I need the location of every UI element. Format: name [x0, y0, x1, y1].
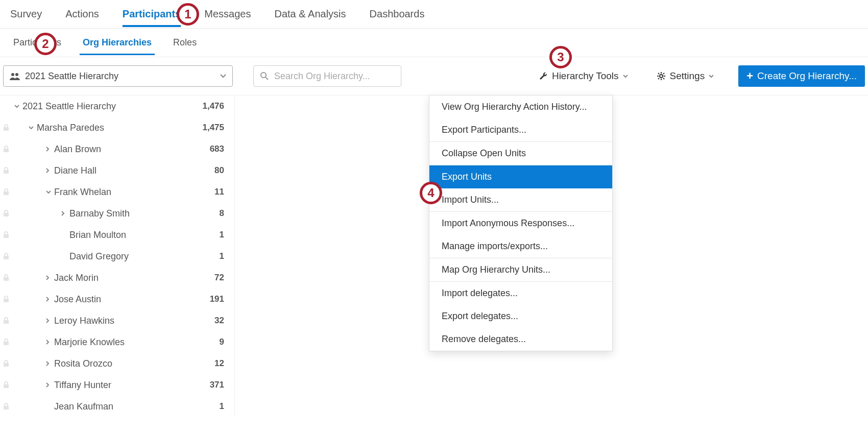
- tree-row-count: 1: [220, 230, 224, 240]
- menu-item-map-org-hierarchy-units[interactable]: Map Org Hierarchy Units...: [429, 258, 612, 281]
- tree-row-label: 2021 Seattle Hierarchy: [22, 101, 202, 112]
- hierarchy-tools-button[interactable]: Hierarchy Tools: [535, 67, 632, 85]
- tree-row[interactable]: Diane Hall80: [0, 160, 234, 181]
- tree-row-count: 1,476: [202, 101, 224, 111]
- menu-item-export-units[interactable]: Export Units: [429, 165, 612, 188]
- tree-row-label: Leroy Hawkins: [54, 316, 214, 326]
- tree-row[interactable]: Leroy Hawkins32: [0, 310, 234, 331]
- lock-icon: [0, 274, 12, 281]
- svg-rect-15: [4, 342, 9, 345]
- tree-row[interactable]: David Gregory1: [0, 246, 234, 267]
- tree-row-count: 683: [210, 144, 224, 154]
- tree-row-label: Jack Morin: [54, 273, 214, 283]
- menu-item-manage-imports-exports[interactable]: Manage imports/exports...: [429, 235, 612, 258]
- callout-4: 4: [420, 182, 442, 204]
- lock-icon: [0, 317, 12, 324]
- tree-row[interactable]: Frank Whelan11: [0, 181, 234, 203]
- tree-row-count: 11: [214, 187, 224, 197]
- tree-row-count: 12: [214, 358, 224, 369]
- menu-item-export-participants[interactable]: Export Participants...: [429, 118, 612, 141]
- chevron-right-icon[interactable]: [46, 318, 54, 323]
- main-tab-dashboards[interactable]: Dashboards: [370, 1, 425, 27]
- tree-row[interactable]: Tiffany Hunter371: [0, 374, 234, 396]
- menu-item-import-units[interactable]: Import Units...: [429, 188, 612, 211]
- svg-rect-6: [4, 149, 9, 152]
- settings-label: Settings: [670, 70, 705, 82]
- sub-tabs: ParticipantsOrg HierarchiesRoles: [0, 29, 868, 57]
- menu-item-import-delegates[interactable]: Import delegates...: [429, 282, 612, 305]
- tree-row[interactable]: Jose Austin191: [0, 288, 234, 310]
- lock-icon: [0, 381, 12, 389]
- svg-rect-17: [4, 384, 9, 388]
- callout-2: 2: [34, 33, 57, 55]
- menu-item-export-delegates[interactable]: Export delegates...: [429, 305, 612, 328]
- chevron-right-icon[interactable]: [46, 361, 54, 366]
- people-icon: [10, 72, 20, 80]
- svg-line-3: [266, 77, 268, 80]
- svg-point-0: [11, 73, 14, 76]
- wrench-icon: [539, 71, 548, 81]
- hierarchy-tools-menu: View Org Hierarchy Action History...Expo…: [429, 95, 613, 351]
- main-tab-data-analysis[interactable]: Data & Analysis: [274, 1, 346, 27]
- svg-point-4: [660, 75, 663, 78]
- tree-row[interactable]: Barnaby Smith8: [0, 203, 234, 224]
- tree-row[interactable]: Jack Morin72: [0, 267, 234, 288]
- tree-row[interactable]: Brian Moulton1: [0, 224, 234, 246]
- tree-row[interactable]: 2021 Seattle Hierarchy1,476: [0, 95, 234, 117]
- create-org-hierarchy-button[interactable]: + Create Org Hierarchy...: [738, 65, 865, 87]
- menu-item-collapse-open-units[interactable]: Collapse Open Units: [429, 142, 612, 165]
- tree-row-label: Frank Whelan: [54, 187, 214, 198]
- tree-row-label: Tiffany Hunter: [54, 380, 210, 391]
- chevron-down-icon[interactable]: [14, 105, 22, 108]
- hierarchy-tools-label: Hierarchy Tools: [552, 70, 619, 82]
- tree-row-label: Brian Moulton: [69, 230, 220, 240]
- main-tabs: SurveyActionsParticipantsMessagesData & …: [0, 0, 868, 29]
- chevron-down-icon: [709, 75, 714, 78]
- chevron-right-icon[interactable]: [46, 382, 54, 388]
- search-input[interactable]: [274, 71, 395, 82]
- chevron-right-icon[interactable]: [46, 147, 54, 152]
- chevron-right-icon[interactable]: [61, 211, 69, 216]
- main-tab-participants[interactable]: Participants: [123, 1, 181, 27]
- tree-row-count: 9: [220, 337, 224, 347]
- tree-row[interactable]: Alan Brown683: [0, 138, 234, 160]
- lock-icon: [0, 360, 12, 367]
- plus-icon: +: [746, 69, 753, 83]
- svg-rect-7: [4, 170, 9, 174]
- chevron-right-icon[interactable]: [46, 297, 54, 302]
- svg-rect-10: [4, 234, 9, 238]
- tree-row-count: 191: [210, 294, 224, 304]
- chevron-down-icon[interactable]: [46, 190, 54, 194]
- tree-row-count: 371: [210, 380, 224, 390]
- menu-item-import-anonymous-responses[interactable]: Import Anonymous Responses...: [429, 212, 612, 235]
- tree-row[interactable]: Marsha Paredes1,475: [0, 117, 234, 138]
- lock-icon: [0, 210, 12, 217]
- svg-rect-18: [4, 406, 9, 409]
- menu-item-view-org-hierarchy-action-history[interactable]: View Org Hierarchy Action History...: [429, 95, 612, 118]
- lock-icon: [0, 231, 12, 238]
- tree-row[interactable]: Jean Kaufman1: [0, 396, 234, 417]
- lock-icon: [0, 167, 12, 174]
- search-field[interactable]: [253, 65, 401, 87]
- svg-rect-14: [4, 320, 9, 324]
- tree-row[interactable]: Rosita Orozco12: [0, 353, 234, 374]
- menu-item-remove-delegates[interactable]: Remove delegates...: [429, 328, 612, 351]
- chevron-right-icon[interactable]: [46, 340, 54, 345]
- main-tab-survey[interactable]: Survey: [10, 1, 42, 27]
- main-tab-messages[interactable]: Messages: [204, 1, 251, 27]
- chevron-right-icon[interactable]: [46, 275, 54, 280]
- sub-tab-roles[interactable]: Roles: [170, 30, 200, 55]
- hierarchy-tree: 2021 Seattle Hierarchy1,476 Marsha Pared…: [0, 95, 235, 417]
- lock-icon: [0, 403, 12, 410]
- chevron-down-icon[interactable]: [29, 126, 37, 130]
- chevron-right-icon[interactable]: [46, 168, 54, 173]
- tree-row[interactable]: Marjorie Knowles9: [0, 331, 234, 353]
- tree-row-label: Jose Austin: [54, 294, 210, 305]
- settings-button[interactable]: Settings: [653, 67, 718, 85]
- sub-tab-org-hierarchies[interactable]: Org Hierarchies: [80, 30, 155, 55]
- svg-rect-13: [4, 299, 9, 302]
- hierarchy-selector[interactable]: 2021 Seattle Hierarchy: [3, 65, 233, 87]
- main-tab-actions[interactable]: Actions: [65, 1, 99, 27]
- tree-row-label: Alan Brown: [54, 144, 210, 155]
- svg-rect-12: [4, 277, 9, 281]
